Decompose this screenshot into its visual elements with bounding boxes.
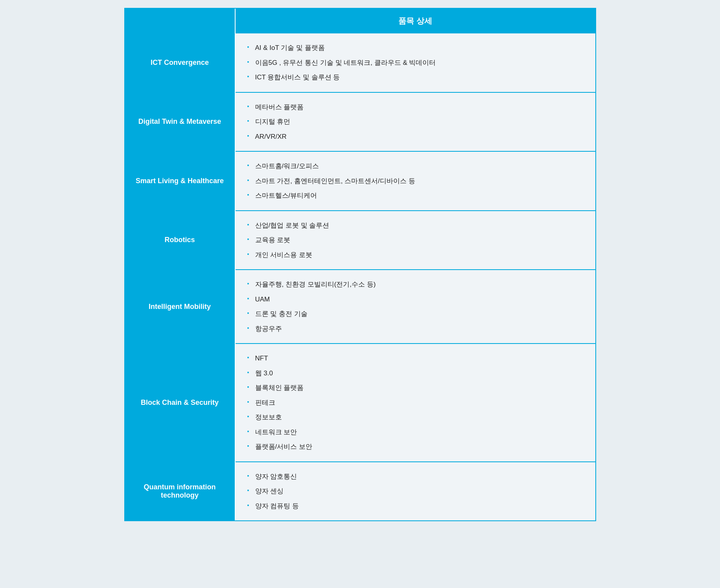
table-row: Block Chain & SecurityNFT웹 3.0블록체인 플랫폼핀테… xyxy=(125,344,595,462)
list-item: 플랫폼/서비스 보안 xyxy=(247,439,584,454)
list-item: 정보보호 xyxy=(247,410,584,425)
category-cell: Robotics xyxy=(125,211,235,270)
list-item: 블록체인 플랫폼 xyxy=(247,380,584,395)
list-item: UAM xyxy=(247,292,584,307)
detail-cell: 자율주행, 친환경 모빌리티(전기,수소 등)UAM드론 및 충전 기술항공우주 xyxy=(235,270,595,344)
list-item: 스마트헬스/뷰티케어 xyxy=(247,188,584,203)
list-item: 양자 센싱 xyxy=(247,484,584,499)
list-item: AR/VR/XR xyxy=(247,129,584,144)
list-item: 항공우주 xyxy=(247,322,584,336)
list-item: 드론 및 충전 기술 xyxy=(247,307,584,322)
category-cell: Smart Living & Healthcare xyxy=(125,151,235,211)
table-row: Quantum information technology양자 암호통신양자 … xyxy=(125,462,595,521)
list-item: 디지털 휴먼 xyxy=(247,114,584,129)
list-item: 양자 암호통신 xyxy=(247,469,584,484)
category-cell: Digital Twin & Metaverse xyxy=(125,92,235,152)
list-item: 이음5G , 유무선 통신 기술 및 네트워크, 클라우드 & 빅데이터 xyxy=(247,55,584,70)
table-row: Digital Twin & Metaverse메타버스 플랫폼디지털 휴먼AR… xyxy=(125,92,595,152)
list-item: 양자 컴퓨팅 등 xyxy=(247,499,584,514)
table-row: Intelligent Mobility자율주행, 친환경 모빌리티(전기,수소… xyxy=(125,270,595,344)
category-cell: Quantum information technology xyxy=(125,462,235,521)
list-item: AI & IoT 기술 및 플랫폼 xyxy=(247,40,584,55)
list-item: 스마트홈/워크/오피스 xyxy=(247,159,584,174)
detail-cell: 스마트홈/워크/오피스스마트 가전, 홈엔터테인먼트, 스마트센서/디바이스 등… xyxy=(235,151,595,211)
list-item: 웹 3.0 xyxy=(247,366,584,381)
header-col2: 품목 상세 xyxy=(235,9,595,33)
detail-cell: 산업/협업 로봇 및 솔루션교육용 로봇개인 서비스용 로봇 xyxy=(235,211,595,270)
detail-cell: 메타버스 플랫폼디지털 휴먼AR/VR/XR xyxy=(235,92,595,152)
list-item: 교육용 로봇 xyxy=(247,233,584,248)
table-row: Robotics산업/협업 로봇 및 솔루션교육용 로봇개인 서비스용 로봇 xyxy=(125,211,595,270)
detail-cell: AI & IoT 기술 및 플랫폼이음5G , 유무선 통신 기술 및 네트워크… xyxy=(235,33,595,92)
list-item: 산업/협업 로봇 및 솔루션 xyxy=(247,218,584,233)
list-item: NFT xyxy=(247,351,584,366)
table-row: ICT ConvergenceAI & IoT 기술 및 플랫폼이음5G , 유… xyxy=(125,33,595,92)
list-item: 스마트 가전, 홈엔터테인먼트, 스마트센서/디바이스 등 xyxy=(247,174,584,189)
category-cell: Block Chain & Security xyxy=(125,344,235,462)
list-item: ICT 융합서비스 및 솔루션 등 xyxy=(247,70,584,85)
category-cell: ICT Convergence xyxy=(125,33,235,92)
list-item: 개인 서비스용 로봇 xyxy=(247,248,584,263)
table-row: Smart Living & Healthcare스마트홈/워크/오피스스마트 … xyxy=(125,151,595,211)
category-cell: Intelligent Mobility xyxy=(125,270,235,344)
header-col1 xyxy=(125,9,235,33)
list-item: 메타버스 플랫폼 xyxy=(247,100,584,115)
list-item: 자율주행, 친환경 모빌리티(전기,수소 등) xyxy=(247,277,584,292)
list-item: 네트워크 보안 xyxy=(247,425,584,440)
detail-cell: 양자 암호통신양자 센싱양자 컴퓨팅 등 xyxy=(235,462,595,521)
list-item: 핀테크 xyxy=(247,395,584,410)
detail-cell: NFT웹 3.0블록체인 플랫폼핀테크정보보호네트워크 보안플랫폼/서비스 보안 xyxy=(235,344,595,462)
main-table: 품목 상세 ICT ConvergenceAI & IoT 기술 및 플랫폼이음… xyxy=(124,8,596,521)
